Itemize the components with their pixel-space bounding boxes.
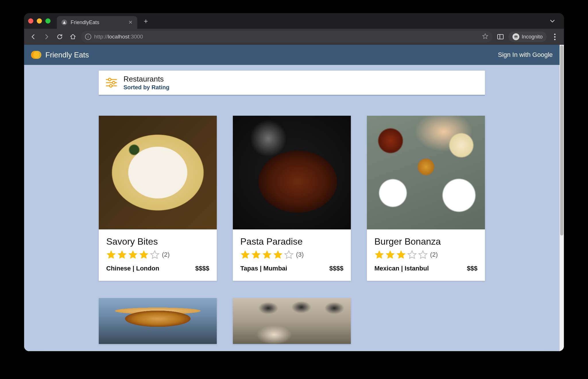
tabs-menu-button[interactable]	[547, 16, 558, 26]
meta-row: Chinese | London$$$$	[106, 265, 209, 272]
star-filled-icon	[139, 250, 149, 260]
star-empty-icon	[407, 250, 417, 260]
filter-subtitle: Sorted by Rating	[123, 84, 169, 91]
bookmark-star-icon[interactable]	[482, 33, 488, 41]
rating-row: (3)	[240, 250, 343, 260]
nav-back-button[interactable]	[28, 32, 38, 42]
rating-row: (2)	[374, 250, 477, 260]
restaurant-price: $$$	[467, 265, 477, 272]
review-count: (2)	[430, 251, 438, 258]
restaurant-card[interactable]: Pasta Paradise(3)Tapas | Mumbai$$$$	[233, 116, 351, 281]
incognito-icon	[512, 33, 519, 40]
restaurant-card[interactable]	[233, 298, 351, 344]
window-close-button[interactable]	[28, 18, 33, 24]
filter-title: Restaurants	[123, 75, 169, 84]
restaurant-meta: Tapas | Mumbai	[240, 265, 287, 272]
tab-title: FriendlyEats	[71, 20, 125, 26]
url-bar[interactable]: i http://localhost:3000	[81, 31, 492, 42]
card-body: Pasta Paradise(3)Tapas | Mumbai$$$$	[233, 229, 351, 281]
meta-row: Mexican | Istanbul$$$	[374, 265, 477, 272]
incognito-chip[interactable]: Incognito	[508, 32, 547, 42]
star-filled-icon	[251, 250, 261, 260]
star-filled-icon	[385, 250, 395, 260]
restaurant-image	[233, 116, 351, 229]
star-filled-icon	[374, 250, 384, 260]
star-filled-icon	[396, 250, 406, 260]
url-port: :3000	[129, 34, 143, 40]
restaurant-image	[233, 298, 351, 344]
tab-close-button[interactable]: ✕	[128, 19, 133, 26]
tab-favicon-icon	[61, 20, 67, 25]
browser-tab[interactable]: FriendlyEats ✕	[57, 16, 137, 29]
restaurant-name: Pasta Paradise	[240, 236, 343, 247]
filter-sliders-icon	[105, 76, 118, 89]
restaurant-meta: Chinese | London	[106, 265, 159, 272]
window-minimize-button[interactable]	[37, 18, 42, 24]
browser-toolbar: i http://localhost:3000 Incognito	[24, 29, 564, 45]
home-button[interactable]	[68, 32, 78, 42]
window-controls	[28, 18, 51, 24]
app-header: Friendly Eats Sign In with Google	[24, 45, 560, 65]
reload-button[interactable]	[55, 32, 65, 42]
nav-forward-button[interactable]	[41, 32, 52, 42]
star-filled-icon	[262, 250, 272, 260]
kebab-icon	[554, 34, 556, 40]
card-body: Savory Bites(2)Chinese | London$$$$	[99, 229, 217, 281]
viewport: Friendly Eats Sign In with Google Restau…	[24, 45, 564, 351]
app-logo-icon	[31, 50, 41, 60]
restaurant-image	[99, 116, 217, 229]
page-scrollbar[interactable]	[560, 45, 564, 351]
review-count: (3)	[296, 251, 304, 258]
restaurant-image	[367, 116, 485, 229]
url-protocol: http://	[94, 34, 108, 40]
star-empty-icon	[284, 250, 294, 260]
rating-row: (2)	[106, 250, 209, 260]
restaurant-name: Burger Bonanza	[374, 236, 477, 247]
meta-row: Tapas | Mumbai$$$$	[240, 265, 343, 272]
card-body: Burger Bonanza(2)Mexican | Istanbul$$$	[367, 229, 485, 281]
restaurant-price: $$$$	[329, 265, 343, 272]
site-info-icon[interactable]: i	[85, 34, 91, 40]
star-empty-icon	[150, 250, 160, 260]
restaurant-name: Savory Bites	[106, 236, 209, 247]
page: Friendly Eats Sign In with Google Restau…	[24, 45, 560, 351]
content-area: Restaurants Sorted by Rating Savory Bite…	[24, 65, 560, 344]
panel-icon	[497, 34, 504, 39]
restaurant-card[interactable]: Savory Bites(2)Chinese | London$$$$	[99, 116, 217, 281]
url-host: localhost	[108, 34, 129, 40]
star-filled-icon	[117, 250, 127, 260]
browser-window: FriendlyEats ✕ ＋ i http://localhost:3000…	[24, 13, 564, 351]
review-count: (2)	[162, 251, 170, 258]
star-filled-icon	[240, 250, 250, 260]
tab-strip: FriendlyEats ✕ ＋	[24, 13, 564, 29]
restaurant-price: $$$$	[195, 265, 209, 272]
panel-toggle-button[interactable]	[495, 32, 506, 42]
restaurant-card[interactable]: Burger Bonanza(2)Mexican | Istanbul$$$	[367, 116, 485, 281]
scrollbar-thumb[interactable]	[560, 45, 563, 235]
browser-menu-button[interactable]	[550, 32, 560, 42]
restaurant-grid: Savory Bites(2)Chinese | London$$$$Pasta…	[99, 116, 485, 344]
restaurant-meta: Mexican | Istanbul	[374, 265, 429, 272]
app-title: Friendly Eats	[45, 51, 89, 59]
star-empty-icon	[418, 250, 428, 260]
window-maximize-button[interactable]	[45, 18, 51, 24]
restaurant-image	[99, 298, 217, 344]
star-filled-icon	[128, 250, 138, 260]
filter-bar[interactable]: Restaurants Sorted by Rating	[99, 71, 485, 96]
new-tab-button[interactable]: ＋	[142, 16, 149, 26]
incognito-label: Incognito	[522, 34, 543, 40]
restaurant-card[interactable]	[99, 298, 217, 344]
star-filled-icon	[273, 250, 283, 260]
star-filled-icon	[106, 250, 116, 260]
signin-button[interactable]: Sign In with Google	[498, 51, 553, 59]
